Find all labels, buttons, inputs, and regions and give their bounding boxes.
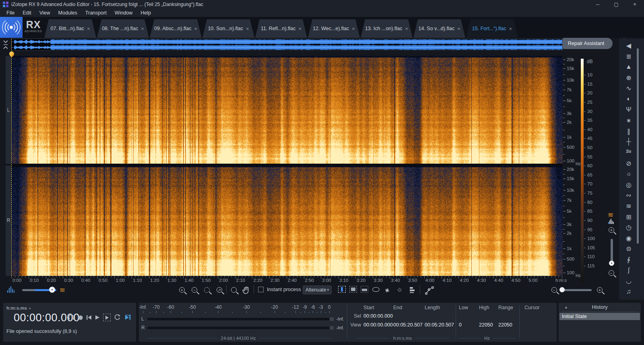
waveform-view-icon[interactable]: [608, 220, 615, 225]
instant-process-checkbox[interactable]: [258, 287, 264, 292]
brush-selection-tool[interactable]: ◈: [384, 286, 391, 294]
tab-close-icon[interactable]: ×: [141, 26, 144, 32]
loop-button[interactable]: [114, 314, 121, 320]
ruler-tick: [472, 276, 473, 277]
menu-view[interactable]: View: [35, 9, 54, 17]
frequency-selection-tool[interactable]: [361, 286, 368, 293]
tab-close-icon[interactable]: ×: [405, 26, 408, 32]
mouth-de-click-icon[interactable]: ◡: [619, 277, 638, 285]
file-tab[interactable]: 13. Ich ...on).flac×: [361, 19, 413, 38]
de-ess-icon[interactable]: Ss: [619, 149, 638, 154]
lasso-selection-tool[interactable]: [372, 287, 380, 292]
leveler-icon[interactable]: ∫: [619, 267, 638, 274]
monitor-icon[interactable]: [68, 314, 75, 320]
file-tab[interactable]: 07. Bitt...n).flac×: [44, 19, 96, 38]
find-similar-icon[interactable]: [231, 287, 237, 293]
menu-edit[interactable]: Edit: [19, 9, 35, 17]
file-tab[interactable]: 14. So v...d).flac×: [413, 19, 465, 38]
overview-waveform-panel[interactable]: [11, 39, 563, 51]
file-tab[interactable]: 12. Wec...e).flac×: [308, 19, 360, 38]
zoom-fit-icon[interactable]: ↗: [217, 287, 222, 293]
vertical-zoom-knob[interactable]: [609, 261, 614, 266]
file-tab[interactable]: 09. Absc...n).flac×: [150, 19, 202, 38]
de-plosive-icon[interactable]: Ψ: [619, 106, 638, 113]
gain-icon[interactable]: ▲: [619, 63, 638, 70]
history-item[interactable]: Initial State: [559, 313, 640, 320]
file-tab[interactable]: 10. Son...n).flac×: [202, 19, 254, 38]
file-tab[interactable]: 15. Fort...“).flac×: [466, 19, 518, 38]
spectral-de-noise-icon[interactable]: ☼: [619, 170, 638, 177]
horizontal-zoom-in-icon[interactable]: +: [597, 287, 603, 293]
zoom-out-icon[interactable]: −: [192, 287, 197, 293]
de-hum-icon[interactable]: ◎: [619, 181, 638, 189]
de-click-icon[interactable]: ◐: [619, 95, 638, 103]
hand-tool-icon[interactable]: [242, 286, 250, 295]
play-button[interactable]: [95, 315, 100, 320]
tab-close-icon[interactable]: ×: [509, 26, 512, 32]
horizontal-zoom-out-icon[interactable]: −: [551, 287, 557, 293]
play-to-end-button[interactable]: [125, 315, 131, 320]
tab-close-icon[interactable]: ×: [299, 26, 302, 32]
maximize-button[interactable]: ▢: [607, 0, 625, 9]
collapse-panel-icon[interactable]: ◀: [619, 42, 638, 49]
blend-slider-knob[interactable]: [49, 287, 55, 293]
time-selection-tool[interactable]: [338, 286, 346, 293]
tab-close-icon[interactable]: ×: [352, 26, 355, 32]
waveform-blend-icon[interactable]: [7, 287, 16, 294]
menu-modules[interactable]: Modules: [54, 9, 81, 17]
clip-indicator-left[interactable]: [330, 317, 334, 321]
repair-assistant-button[interactable]: Repair Assistant: [559, 38, 613, 49]
tab-close-icon[interactable]: ×: [87, 26, 90, 32]
tab-close-icon[interactable]: ×: [194, 26, 197, 32]
de-clip-icon[interactable]: ∥: [619, 127, 638, 135]
harmonic-selection-tool[interactable]: [425, 285, 435, 295]
interpolate-icon[interactable]: ┼: [619, 138, 638, 145]
play-special-button[interactable]: [103, 314, 111, 321]
tab-close-icon[interactable]: ×: [246, 26, 249, 32]
menu-file[interactable]: File: [2, 9, 19, 17]
close-button[interactable]: ×: [625, 0, 644, 9]
guitar-de-noise-icon[interactable]: ∮: [619, 256, 638, 263]
adjust-gain-tool[interactable]: [409, 287, 415, 293]
azimuth-icon[interactable]: ⊘: [619, 160, 638, 167]
horizontal-zoom-knob[interactable]: [559, 287, 565, 292]
skip-to-start-button[interactable]: [86, 315, 92, 320]
file-tab[interactable]: 11. Refl...n).flac×: [255, 19, 307, 38]
record-button[interactable]: [78, 315, 83, 320]
zoom-in-icon[interactable]: +: [179, 287, 185, 293]
de-wind-icon[interactable]: ≋: [619, 202, 638, 210]
menu-transport[interactable]: Transport: [81, 9, 111, 17]
time-format-selector[interactable]: h:m:s.ms ▼: [6, 306, 31, 310]
time-frequency-selection-tool[interactable]: [349, 286, 357, 293]
dialogue-de-reverb-icon[interactable]: ◉: [619, 234, 638, 242]
de-crackle-icon[interactable]: ∗: [619, 117, 638, 124]
module-toolbar-scrollbar[interactable]: [637, 48, 639, 244]
music-rebalance-icon[interactable]: ♫: [619, 288, 638, 295]
de-rustle-icon[interactable]: ∾: [619, 191, 638, 199]
dialogue-isolate-icon[interactable]: ⊜: [619, 245, 638, 253]
spectrogram-blend-icon[interactable]: ≋: [60, 286, 65, 294]
breath-control-icon[interactable]: ∿: [619, 84, 638, 92]
menu-window[interactable]: Window: [111, 9, 136, 17]
clip-indicator-right[interactable]: [330, 326, 334, 330]
module-list-icon[interactable]: ≣: [619, 53, 638, 60]
plugin-icon[interactable]: ⊞: [619, 213, 638, 221]
zoom-selection-icon[interactable]: [204, 287, 210, 293]
menu-help[interactable]: Help: [136, 9, 155, 17]
playhead-line[interactable]: [11, 39, 12, 276]
file-tab[interactable]: 08. The ...n).flac×: [97, 19, 149, 38]
de-bleed-icon[interactable]: ⊕: [619, 74, 638, 82]
process-mode-dropdown[interactable]: Attenuate ▼: [303, 285, 332, 294]
overview-waveform-canvas[interactable]: [12, 39, 562, 50]
minimize-button[interactable]: ─: [588, 0, 607, 9]
spectrogram-view-icon[interactable]: ≋: [608, 211, 613, 219]
magic-wand-tool[interactable]: ☆: [396, 286, 403, 294]
vertical-zoom-in-icon[interactable]: +: [609, 227, 614, 233]
tab-close-icon[interactable]: ×: [457, 26, 460, 32]
vertical-zoom-slider[interactable]: [611, 239, 613, 262]
vertical-zoom-out-icon[interactable]: −: [609, 270, 614, 276]
overview-collapse-icon[interactable]: [2, 39, 10, 50]
spectrogram-canvas[interactable]: [11, 56, 563, 276]
time-ruler[interactable]: 0:000:100:200:300:400:501:001:101:201:30…: [11, 276, 583, 284]
dialogue-contour-icon[interactable]: ◷: [619, 224, 638, 231]
